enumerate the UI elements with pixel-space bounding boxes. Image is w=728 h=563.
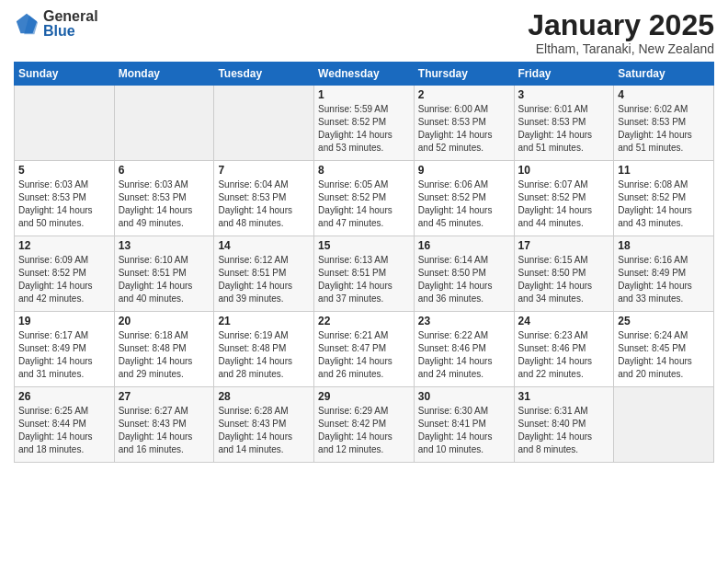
day-number: 13 <box>119 239 210 252</box>
cell-info: Sunrise: 6:16 AM Sunset: 8:49 PM Dayligh… <box>618 254 710 305</box>
calendar-cell: 10Sunrise: 6:07 AM Sunset: 8:52 PM Dayli… <box>514 161 614 236</box>
day-number: 17 <box>518 239 610 252</box>
cell-info: Sunrise: 6:00 AM Sunset: 8:53 PM Dayligh… <box>418 103 510 155</box>
day-number: 5 <box>18 164 110 177</box>
cell-info: Sunrise: 6:23 AM Sunset: 8:46 PM Dayligh… <box>518 329 610 381</box>
cell-info: Sunrise: 6:04 AM Sunset: 8:53 PM Dayligh… <box>218 178 310 230</box>
col-header-sunday: Sunday <box>15 63 115 86</box>
calendar-cell <box>214 86 314 161</box>
calendar-cell <box>15 86 115 161</box>
col-header-saturday: Saturday <box>614 63 714 86</box>
cell-info: Sunrise: 6:06 AM Sunset: 8:52 PM Dayligh… <box>418 178 510 230</box>
cell-info: Sunrise: 6:02 AM Sunset: 8:53 PM Dayligh… <box>618 103 710 155</box>
cell-info: Sunrise: 6:05 AM Sunset: 8:52 PM Dayligh… <box>318 178 410 230</box>
day-number: 22 <box>318 315 410 327</box>
calendar-cell: 30Sunrise: 6:30 AM Sunset: 8:41 PM Dayli… <box>414 387 514 463</box>
calendar-cell: 29Sunrise: 6:29 AM Sunset: 8:42 PM Dayli… <box>314 387 415 463</box>
day-number: 12 <box>18 239 110 252</box>
day-number: 15 <box>318 239 410 252</box>
week-row-2: 12Sunrise: 6:09 AM Sunset: 8:52 PM Dayli… <box>15 236 714 312</box>
calendar-cell: 21Sunrise: 6:19 AM Sunset: 8:48 PM Dayli… <box>214 312 314 387</box>
calendar-cell: 25Sunrise: 6:24 AM Sunset: 8:45 PM Dayli… <box>614 312 714 387</box>
calendar-cell: 17Sunrise: 6:15 AM Sunset: 8:50 PM Dayli… <box>514 236 614 312</box>
calendar-cell: 14Sunrise: 6:12 AM Sunset: 8:51 PM Dayli… <box>214 236 314 312</box>
cell-info: Sunrise: 6:13 AM Sunset: 8:51 PM Dayligh… <box>318 254 410 305</box>
week-row-1: 5Sunrise: 6:03 AM Sunset: 8:53 PM Daylig… <box>15 161 714 236</box>
day-number: 30 <box>418 390 510 403</box>
calendar-cell: 16Sunrise: 6:14 AM Sunset: 8:50 PM Dayli… <box>414 236 514 312</box>
calendar-cell: 27Sunrise: 6:27 AM Sunset: 8:43 PM Dayli… <box>114 387 214 463</box>
cell-info: Sunrise: 6:07 AM Sunset: 8:52 PM Dayligh… <box>518 178 610 230</box>
day-number: 29 <box>318 390 410 403</box>
cell-info: Sunrise: 6:15 AM Sunset: 8:50 PM Dayligh… <box>518 254 610 305</box>
cell-info: Sunrise: 6:30 AM Sunset: 8:41 PM Dayligh… <box>418 405 510 456</box>
calendar-cell: 8Sunrise: 6:05 AM Sunset: 8:52 PM Daylig… <box>314 161 415 236</box>
calendar-cell: 31Sunrise: 6:31 AM Sunset: 8:40 PM Dayli… <box>514 387 614 463</box>
col-header-tuesday: Tuesday <box>214 63 314 86</box>
cell-info: Sunrise: 6:14 AM Sunset: 8:50 PM Dayligh… <box>418 254 510 305</box>
title-section: January 2025 Eltham, Taranaki, New Zeala… <box>528 9 714 56</box>
cell-info: Sunrise: 6:01 AM Sunset: 8:53 PM Dayligh… <box>518 103 610 155</box>
day-number: 27 <box>119 390 210 403</box>
calendar-cell: 11Sunrise: 6:08 AM Sunset: 8:52 PM Dayli… <box>614 161 714 236</box>
calendar-cell: 18Sunrise: 6:16 AM Sunset: 8:49 PM Dayli… <box>614 236 714 312</box>
logo-blue-text: Blue <box>43 24 98 39</box>
cell-info: Sunrise: 6:29 AM Sunset: 8:42 PM Dayligh… <box>318 405 410 456</box>
cell-info: Sunrise: 6:28 AM Sunset: 8:43 PM Dayligh… <box>218 405 310 456</box>
calendar-cell: 9Sunrise: 6:06 AM Sunset: 8:52 PM Daylig… <box>414 161 514 236</box>
month-title: January 2025 <box>528 9 714 41</box>
calendar-cell: 3Sunrise: 6:01 AM Sunset: 8:53 PM Daylig… <box>514 86 614 161</box>
logo-general-text: General <box>43 9 98 24</box>
calendar-cell: 22Sunrise: 6:21 AM Sunset: 8:47 PM Dayli… <box>314 312 415 387</box>
day-number: 2 <box>418 88 510 101</box>
calendar-cell: 13Sunrise: 6:10 AM Sunset: 8:51 PM Dayli… <box>114 236 214 312</box>
cell-info: Sunrise: 6:21 AM Sunset: 8:47 PM Dayligh… <box>318 329 410 381</box>
day-number: 4 <box>618 88 710 101</box>
day-number: 7 <box>218 164 310 177</box>
week-row-4: 26Sunrise: 6:25 AM Sunset: 8:44 PM Dayli… <box>15 387 714 463</box>
day-number: 10 <box>518 164 610 177</box>
day-number: 11 <box>618 164 710 177</box>
calendar-cell: 1Sunrise: 5:59 AM Sunset: 8:52 PM Daylig… <box>314 86 415 161</box>
day-number: 3 <box>518 88 610 101</box>
cell-info: Sunrise: 6:24 AM Sunset: 8:45 PM Dayligh… <box>618 329 710 381</box>
calendar-cell: 7Sunrise: 6:04 AM Sunset: 8:53 PM Daylig… <box>214 161 314 236</box>
logo-text: General Blue <box>43 9 98 39</box>
header: General Blue January 2025 Eltham, Tarana… <box>14 9 714 56</box>
cell-info: Sunrise: 6:03 AM Sunset: 8:53 PM Dayligh… <box>18 178 110 230</box>
day-number: 23 <box>418 315 510 327</box>
cell-info: Sunrise: 6:18 AM Sunset: 8:48 PM Dayligh… <box>119 329 210 381</box>
week-row-0: 1Sunrise: 5:59 AM Sunset: 8:52 PM Daylig… <box>15 86 714 161</box>
cell-info: Sunrise: 6:17 AM Sunset: 8:49 PM Dayligh… <box>18 329 110 381</box>
day-number: 28 <box>218 390 310 403</box>
day-number: 31 <box>518 390 610 403</box>
col-header-wednesday: Wednesday <box>314 63 415 86</box>
cell-info: Sunrise: 6:03 AM Sunset: 8:53 PM Dayligh… <box>119 178 210 230</box>
day-number: 24 <box>518 315 610 327</box>
day-number: 16 <box>418 239 510 252</box>
week-row-3: 19Sunrise: 6:17 AM Sunset: 8:49 PM Dayli… <box>15 312 714 387</box>
day-number: 20 <box>119 315 210 327</box>
calendar-cell <box>614 387 714 463</box>
calendar-cell: 4Sunrise: 6:02 AM Sunset: 8:53 PM Daylig… <box>614 86 714 161</box>
day-number: 18 <box>618 239 710 252</box>
day-number: 19 <box>18 315 110 327</box>
cell-info: Sunrise: 6:08 AM Sunset: 8:52 PM Dayligh… <box>618 178 710 230</box>
calendar-cell <box>114 86 214 161</box>
calendar-cell: 5Sunrise: 6:03 AM Sunset: 8:53 PM Daylig… <box>15 161 115 236</box>
calendar-cell: 19Sunrise: 6:17 AM Sunset: 8:49 PM Dayli… <box>15 312 115 387</box>
calendar-cell: 12Sunrise: 6:09 AM Sunset: 8:52 PM Dayli… <box>15 236 115 312</box>
day-number: 8 <box>318 164 410 177</box>
cell-info: Sunrise: 6:10 AM Sunset: 8:51 PM Dayligh… <box>119 254 210 305</box>
day-number: 25 <box>618 315 710 327</box>
day-number: 14 <box>218 239 310 252</box>
cell-info: Sunrise: 5:59 AM Sunset: 8:52 PM Dayligh… <box>318 103 410 155</box>
page: General Blue January 2025 Eltham, Tarana… <box>0 0 728 563</box>
calendar-cell: 6Sunrise: 6:03 AM Sunset: 8:53 PM Daylig… <box>114 161 214 236</box>
col-header-monday: Monday <box>114 63 214 86</box>
day-number: 6 <box>119 164 210 177</box>
calendar-cell: 2Sunrise: 6:00 AM Sunset: 8:53 PM Daylig… <box>414 86 514 161</box>
col-header-thursday: Thursday <box>414 63 514 86</box>
cell-info: Sunrise: 6:22 AM Sunset: 8:46 PM Dayligh… <box>418 329 510 381</box>
cell-info: Sunrise: 6:31 AM Sunset: 8:40 PM Dayligh… <box>518 405 610 456</box>
